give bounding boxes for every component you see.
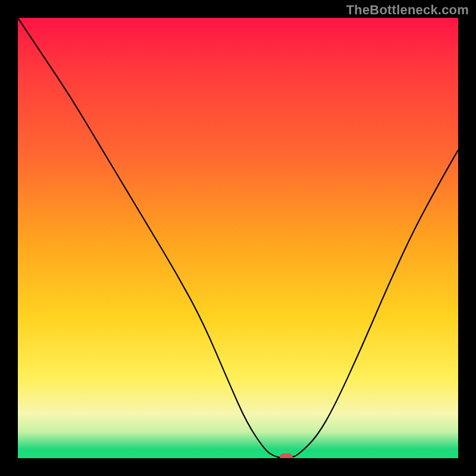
watermark-text: TheBottleneck.com [346,2,469,18]
chart-frame: TheBottleneck.com [0,0,476,476]
bottleneck-curve-path [18,18,458,458]
bottleneck-curve [18,18,458,458]
optimal-point-marker [280,453,293,458]
plot-area [18,18,458,458]
